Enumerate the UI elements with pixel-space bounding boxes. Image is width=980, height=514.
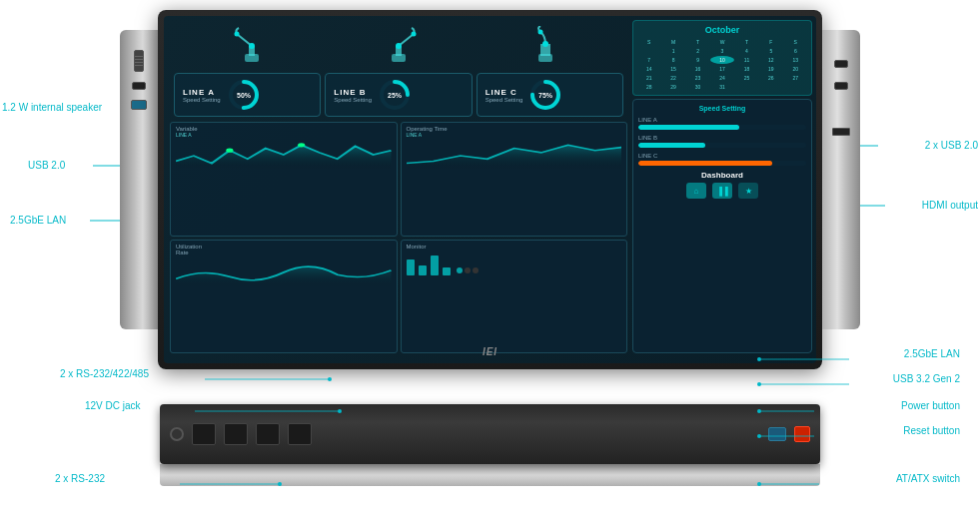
dashboard-home-icon[interactable]: ⌂ xyxy=(686,183,706,199)
svg-text:25%: 25% xyxy=(388,92,403,99)
bottom-device xyxy=(160,404,820,494)
speed-setting-panel: Speed Setting LINE A LINE B xyxy=(632,99,812,353)
callout-rs232-top: 2 x RS-232/422/485 xyxy=(60,368,149,379)
svg-text:75%: 75% xyxy=(538,92,553,99)
callout-atx: AT/ATX switch xyxy=(896,473,960,484)
robots-row xyxy=(168,20,629,68)
svg-point-16 xyxy=(396,43,402,49)
svg-marker-31 xyxy=(176,145,392,170)
svg-text:50%: 50% xyxy=(237,92,252,99)
usb-port-right-1 xyxy=(834,60,848,68)
svg-point-36 xyxy=(328,377,332,381)
svg-point-12 xyxy=(249,43,255,49)
callout-usb2-right: 2 x USB 2.0 xyxy=(925,140,978,151)
speed-setting-title: Speed Setting xyxy=(638,105,806,112)
chart-operating-time: Operating TimeLINE A xyxy=(401,122,628,237)
screen-left: LINE A Speed Setting 50% xyxy=(168,20,629,353)
callout-usb2: USB 2.0 xyxy=(28,160,65,171)
usb-port-right-2 xyxy=(834,82,848,90)
hdmi-port-right xyxy=(832,128,850,136)
callout-lan-left: 2.5GbE LAN xyxy=(10,215,66,226)
callout-rs232-bot: 2 x RS-232 xyxy=(55,473,105,484)
callout-power: Power button xyxy=(901,400,960,411)
callout-usb32: USB 3.2 Gen 2 xyxy=(893,373,960,384)
dashboard-icons: ⌂ ▐▐ ★ xyxy=(638,183,806,199)
svg-point-21 xyxy=(538,30,543,35)
monitor-frame: LINE A Speed Setting 50% xyxy=(158,10,822,369)
db9-port-3 xyxy=(256,423,280,445)
db9-port-2 xyxy=(224,423,248,445)
chart-utilization: UtilizationRate xyxy=(170,240,398,354)
calendar-panel: October SMTWTFS 123456 78910111213 14151… xyxy=(632,20,812,96)
chart-monitor: Monitor xyxy=(401,240,628,354)
main-container: 1.2 W internal speaker USB 2.0 2.5GbE LA… xyxy=(0,0,980,514)
calendar-month: October xyxy=(637,25,807,35)
dashboard-bar-icon[interactable]: ▐▐ xyxy=(712,183,732,199)
svg-point-33 xyxy=(298,143,305,147)
chart-variable: VariableLINE A xyxy=(170,122,398,237)
dashboard-star-icon[interactable]: ★ xyxy=(738,183,758,199)
screen-right: October SMTWTFS 123456 78910111213 14151… xyxy=(632,20,812,353)
charts-grid: VariableLINE A xyxy=(168,122,629,353)
dashboard-label: Dashboard xyxy=(638,171,806,180)
calendar-grid: SMTWTFS 123456 78910111213 1415161718192… xyxy=(637,38,807,91)
gauge-line-b: LINE B Speed Setting 25% xyxy=(325,73,472,117)
svg-point-13 xyxy=(234,32,239,37)
screen-bezel: LINE A Speed Setting 50% xyxy=(164,16,816,363)
monitor-device: LINE A Speed Setting 50% xyxy=(120,10,860,369)
speaker-port xyxy=(134,50,144,72)
screen-content: LINE A Speed Setting 50% xyxy=(164,16,816,363)
speed-line-a: LINE A xyxy=(638,117,806,130)
callout-hdmi: HDMI output xyxy=(922,200,978,211)
side-panel-left xyxy=(120,30,158,329)
svg-point-20 xyxy=(542,41,548,47)
callout-lan-right-bot: 2.5GbE LAN xyxy=(904,348,960,359)
gauge-line-c: LINE C Speed Setting 75% xyxy=(477,73,623,117)
callout-speaker: 1.2 W internal speaker xyxy=(2,102,102,113)
db9-port-1 xyxy=(192,423,216,445)
gauges-row: LINE A Speed Setting 50% xyxy=(168,71,629,119)
dc-jack-port xyxy=(170,427,184,441)
svg-point-17 xyxy=(411,32,416,37)
brand-logo: IEI xyxy=(483,346,497,357)
usb-port-left xyxy=(132,82,146,90)
db9-port-4 xyxy=(288,423,312,445)
gauge-line-a: LINE A Speed Setting 50% xyxy=(174,73,321,117)
svg-point-44 xyxy=(757,382,761,386)
bottom-silver-bar xyxy=(160,464,820,486)
speed-line-b: LINE B xyxy=(638,135,806,148)
speed-line-c: LINE C xyxy=(638,153,806,166)
power-button-bottom[interactable] xyxy=(794,426,810,442)
callout-dcjack: 12V DC jack xyxy=(85,400,141,411)
lan-port-bottom xyxy=(768,427,786,441)
svg-point-32 xyxy=(226,149,233,153)
callout-reset: Reset button xyxy=(903,425,960,436)
lan-port-left xyxy=(131,100,147,110)
side-panel-right xyxy=(822,30,860,329)
bottom-frame xyxy=(160,404,820,464)
